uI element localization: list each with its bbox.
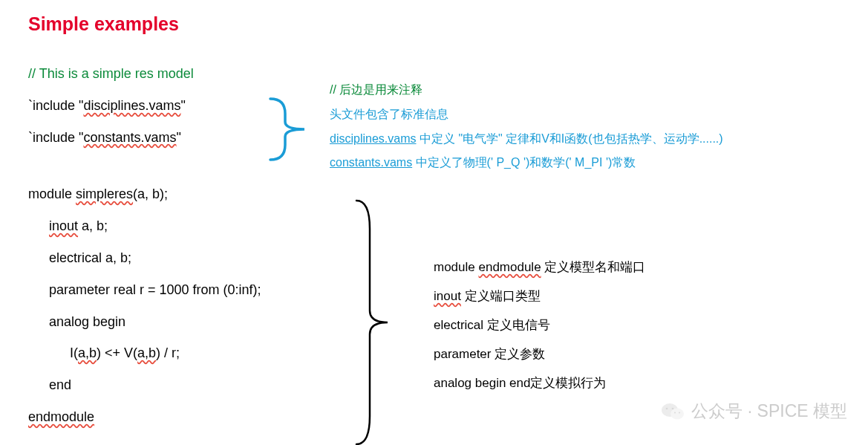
annotation-module: module endmodule 定义模型名和端口 inout 定义端口类型 e… [434,253,645,397]
anno-filename: disciplines.vams [330,132,416,145]
svg-point-3 [672,407,674,409]
code-filename: constants.vams [83,130,176,145]
code-inout: inout a, b; [49,215,840,237]
code-text: " [177,130,181,145]
anno-header-info: 头文件包含了标准信息 [330,103,723,127]
svg-point-4 [674,412,676,413]
watermark: 公众号 · SPICE 模型 [662,400,847,423]
anno-text: 定义端口类型 [461,289,541,303]
code-text: (a, b); [133,186,168,201]
brace-icon [355,199,391,445]
code-text: `include " [28,98,83,113]
code-module-name: simpleres [76,186,133,201]
anno-disciplines: disciplines.vams 中定义 "电气学" 定律和V和I函数(也包括热… [330,127,723,152]
anno-inout: inout 定义端口类型 [434,282,645,311]
code-module-decl: module simpleres(a, b); [28,183,840,205]
anno-comment: // 后边是用来注释 [330,78,723,103]
code-text: " [180,98,185,113]
code-filename: disciplines.vams [83,98,180,113]
anno-parameter: parameter 定义参数 [434,340,645,368]
slide-title: Simple examples [28,13,840,35]
anno-text: module [434,260,478,274]
wechat-icon [662,402,684,421]
anno-constants: constants.vams 中定义了物理(' P_Q ')和数学(' M_PI… [330,151,723,175]
code-keyword: module [28,186,76,201]
code-ports: a,b [137,345,156,360]
watermark-text: 公众号 · SPICE 模型 [691,400,847,423]
anno-text: 定义模型名和端口 [541,260,646,274]
brace-icon [269,97,309,161]
anno-electrical: electrical 定义电信号 [434,311,645,340]
anno-analog: analog begin end定义模拟行为 [434,368,645,397]
code-text: a, b; [78,218,108,233]
code-keyword: endmodule [28,409,94,424]
annotation-includes: // 后边是用来注释 头文件包含了标准信息 disciplines.vams 中… [330,78,723,175]
code-keyword: inout [49,218,78,233]
anno-keyword: inout [434,289,461,303]
code-text: ) <+ V( [97,345,137,360]
svg-point-1 [670,408,684,419]
anno-filename: constants.vams [330,156,412,169]
anno-text: 中定义了物理(' P_Q ')和数学(' M_PI ')常数 [412,156,636,169]
svg-point-5 [679,412,680,413]
code-text: `include " [28,130,83,145]
code-text: I( [70,345,78,360]
code-ports: a,b [78,345,97,360]
anno-keyword: endmodule [478,260,541,274]
anno-text: 中定义 "电气学" 定律和V和I函数(也包括热学、运动学......) [416,132,722,145]
anno-module-endmodule: module endmodule 定义模型名和端口 [434,253,645,282]
svg-point-2 [666,407,668,409]
code-text: ) / r; [156,345,180,360]
